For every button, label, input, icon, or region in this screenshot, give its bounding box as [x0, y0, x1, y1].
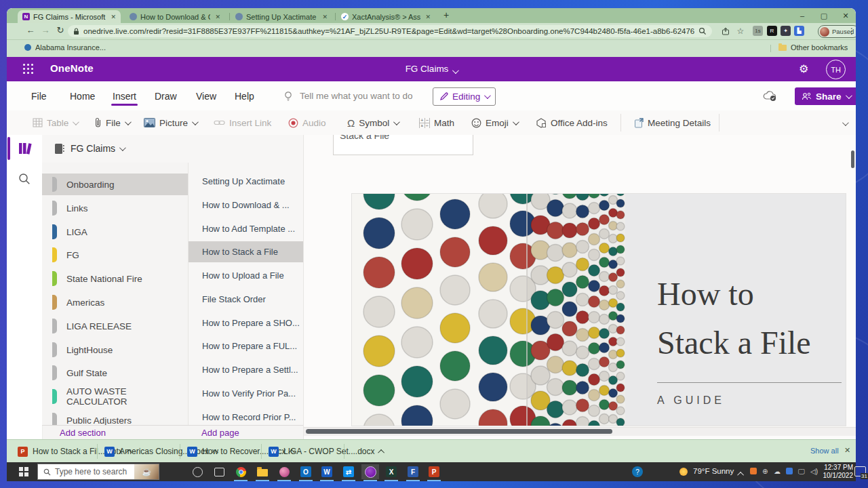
ribbon-audio-button[interactable]: Audio — [288, 110, 326, 135]
tab-close-icon[interactable]: ✕ — [111, 14, 116, 20]
share-page-icon[interactable] — [720, 26, 731, 37]
tray-update-icon[interactable]: ⊕ — [762, 468, 768, 475]
page-item[interactable]: How to Download & ... — [189, 195, 304, 216]
menu-draw[interactable]: Draw — [155, 81, 177, 110]
collapse-ribbon-chevron-icon[interactable] — [842, 119, 849, 126]
word-icon[interactable]: W — [318, 464, 336, 479]
browser-tab-xactimate[interactable]: Setting Up Xactimate by TERESA ✕ — [231, 10, 332, 23]
notebooks-library-icon[interactable] — [18, 142, 33, 155]
page-item[interactable]: How to Record Prior P... — [189, 407, 304, 425]
chevron-up-icon[interactable] — [378, 449, 384, 455]
sidebar-item-lighthouse[interactable]: LightHouse — [42, 339, 188, 361]
page-item[interactable]: How to Upload a File — [189, 265, 304, 286]
new-tab-button[interactable]: + — [443, 9, 449, 20]
tab-close-icon[interactable]: ✕ — [425, 14, 431, 20]
tray-expand-chevron-icon[interactable] — [737, 472, 744, 479]
extension-icon-1[interactable]: 1s — [753, 26, 763, 36]
tray-app-icon-orange[interactable] — [750, 468, 757, 476]
settings-gear-icon[interactable]: ⚙ — [799, 62, 808, 75]
teamviewer-icon[interactable]: ⇄ — [340, 464, 357, 479]
start-button[interactable] — [19, 467, 28, 476]
tray-app-icon-blue[interactable] — [786, 468, 793, 476]
close-button[interactable]: ✕ — [837, 9, 854, 22]
vertical-scrollbar-thumb[interactable] — [851, 150, 854, 168]
add-page-link[interactable]: Add page — [201, 426, 239, 439]
browser-tab-xactanalysis[interactable]: ✓ XactAnalysis® > Assignment De ✕ — [336, 10, 435, 23]
zoom-icon[interactable] — [698, 27, 707, 35]
editing-mode-button[interactable]: Editing — [433, 87, 496, 106]
taskbar-search-box[interactable]: Type here to search ☕ — [37, 464, 159, 480]
kebab-menu-icon[interactable]: ⋮ — [846, 26, 856, 37]
bookmark-alabama[interactable]: Alabama Insurance... — [24, 43, 106, 52]
browser-tab-download[interactable]: How to Download & Copy Old E ✕ — [125, 10, 225, 23]
page-item-selected[interactable]: How to Stack a File — [189, 241, 304, 262]
chrome-icon[interactable] — [232, 464, 250, 479]
task-view-icon[interactable] — [210, 464, 228, 479]
horizontal-scrollbar-thumb[interactable] — [306, 429, 612, 434]
ribbon-picture-button[interactable]: Picture — [144, 110, 197, 135]
app-f-icon[interactable]: F — [404, 464, 422, 479]
extension-icon-puzzle[interactable]: ✦ — [781, 26, 791, 36]
page-item[interactable]: How to Prepare a FUL... — [189, 336, 304, 357]
browser-tab-onenote[interactable]: N FG Claims - Microsoft OneNote ✕ — [18, 10, 121, 23]
tab-close-icon[interactable]: ✕ — [215, 14, 220, 20]
downloads-close-icon[interactable]: ✕ — [844, 446, 850, 455]
horizontal-scrollbar[interactable] — [304, 427, 856, 436]
page-item[interactable]: How to Prepare a SHO... — [189, 312, 304, 333]
weather-text[interactable]: 79°F Sunny — [693, 467, 734, 475]
sidebar-item-gulf-state[interactable]: Gulf State — [42, 362, 188, 384]
ribbon-file-button[interactable]: File — [95, 110, 130, 135]
share-button[interactable]: Share — [795, 87, 856, 105]
minimize-button[interactable]: – — [793, 9, 811, 22]
sidebar-item-liga[interactable]: LIGA — [42, 221, 188, 243]
reload-icon[interactable]: ↻ — [54, 25, 66, 35]
ribbon-math-button[interactable]: +−×÷ Math — [419, 110, 454, 135]
search-daily-image[interactable]: ☕ — [134, 464, 159, 479]
page-item[interactable]: Setting Up Xactimate — [189, 171, 304, 192]
menu-home[interactable]: Home — [70, 81, 95, 110]
ribbon-symbol-button[interactable]: Ω Symbol — [347, 110, 398, 135]
extension-icon-blue[interactable]: ▙ — [794, 26, 804, 36]
address-bar[interactable]: onedrive.live.com/redir?resid=31F8885E37… — [68, 25, 712, 37]
action-center-icon[interactable]: 31 — [854, 466, 866, 476]
title-textbox[interactable]: Stack a File — [333, 135, 473, 155]
sidebar-item-state-national-fire[interactable]: State National Fire — [42, 268, 188, 289]
sidebar-item-fg[interactable]: FG — [42, 244, 188, 266]
help-tray-icon[interactable]: ? — [629, 464, 646, 479]
ribbon-emoji-button[interactable]: Emoji — [471, 110, 517, 135]
page-item[interactable]: How to Verify Prior Pa... — [189, 383, 304, 404]
page-item[interactable]: How to Prepare a Settl... — [189, 359, 304, 380]
maximize-button[interactable]: ▢ — [815, 9, 833, 22]
notebook-title-header[interactable]: FG Claims — [7, 64, 856, 74]
outlook-icon[interactable]: O — [297, 464, 315, 479]
account-avatar[interactable]: TH — [826, 60, 846, 79]
sidebar-item-links[interactable]: Links — [42, 197, 188, 219]
tab-close-icon[interactable]: ✕ — [322, 14, 328, 20]
excel-icon[interactable]: X — [382, 464, 400, 479]
menu-view[interactable]: View — [196, 81, 216, 110]
download-chip-docx-3[interactable]: W LIGA - CWOP Set....docx — [269, 440, 384, 462]
photos-app-icon[interactable] — [275, 464, 293, 479]
ribbon-insert-link-button[interactable]: Insert Link — [214, 110, 271, 135]
page-item[interactable]: How to Add Template ... — [189, 218, 304, 239]
extension-icon-r[interactable]: R — [767, 26, 777, 36]
menu-file[interactable]: File — [31, 81, 47, 110]
taskbar-clock[interactable]: 12:37 PM 10/1/2022 — [812, 464, 853, 480]
bookmark-star-icon[interactable]: ☆ — [735, 26, 746, 37]
ribbon-meeting-details-button[interactable]: Meeting Details — [634, 110, 711, 135]
menu-help[interactable]: Help — [235, 81, 254, 110]
add-section-link[interactable]: Add section — [60, 426, 106, 439]
back-icon[interactable]: ← — [24, 25, 37, 35]
onedrive-cloud-icon[interactable]: ☁ — [774, 468, 781, 475]
menu-insert[interactable]: Insert — [113, 81, 136, 110]
forward-icon[interactable]: → — [39, 25, 52, 35]
tell-me-search[interactable]: Tell me what you want to do — [300, 81, 413, 110]
onenote-icon[interactable] — [361, 464, 379, 479]
sidebar-item-liga-release[interactable]: LIGA RELEASE — [42, 315, 188, 337]
powerpoint-icon[interactable]: P — [425, 464, 443, 479]
weather-sun-icon[interactable] — [675, 464, 692, 479]
embedded-slide[interactable]: How to Stack a File A GUIDE — [351, 193, 846, 426]
sidebar-item-public-adjusters[interactable]: Public Adjusters — [42, 409, 188, 425]
show-all-link[interactable]: Show all — [810, 447, 839, 455]
sidebar-item-auto-waste-calculator[interactable]: AUTO WASTE CALCULATOR — [42, 386, 188, 407]
